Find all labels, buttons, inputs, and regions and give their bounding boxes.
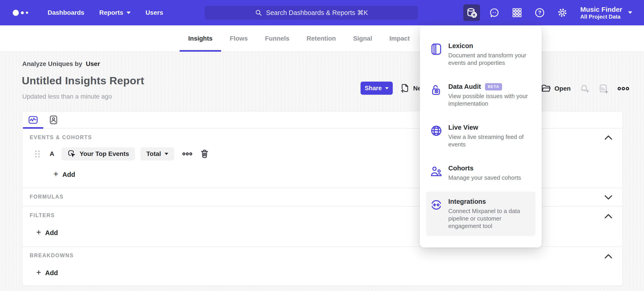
add-to-dashboard-button[interactable] — [598, 83, 609, 94]
help-icon: ? — [534, 7, 545, 18]
search-icon — [255, 9, 262, 16]
settings-gear-icon — [557, 7, 568, 18]
analyze-label: Analyze Uniques by — [22, 60, 82, 67]
report-content: Analyze Uniques by User Untitled Insight… — [0, 52, 644, 291]
add-label: Add — [45, 269, 58, 277]
tab-label: Impact — [389, 35, 410, 42]
menu-item-description: Document and transform your events and p… — [448, 52, 528, 67]
chevron-down-icon — [126, 11, 130, 14]
open-report-button[interactable]: Open — [541, 83, 571, 94]
data-management-icon — [466, 7, 477, 18]
menu-item-description: Connect Mixpanel to a data pipeline or c… — [448, 207, 528, 230]
tab-label: Retention — [306, 35, 336, 42]
insights-chart-icon — [28, 114, 38, 125]
help-button[interactable]: ? — [531, 4, 548, 21]
section-label: BREAKDOWNS — [22, 247, 622, 259]
tab-profiles-query[interactable] — [43, 111, 64, 128]
profiles-card-icon — [48, 115, 59, 125]
updated-timestamp: Updated less than a minute ago — [22, 93, 112, 100]
svg-text:?: ? — [538, 9, 542, 16]
tab-impact[interactable]: Impact — [381, 25, 418, 52]
add-breakdown-button[interactable]: + Add — [36, 269, 58, 277]
apps-grid-icon — [512, 7, 522, 18]
menu-item-description: View possible issues with your implement… — [448, 92, 528, 107]
data-audit-lock-icon — [430, 83, 442, 107]
aggregation-selector[interactable]: Total — [140, 147, 174, 160]
tab-label: Funnels — [265, 35, 289, 42]
feedback-button[interactable] — [486, 4, 503, 21]
menu-item-title: Lexicon — [448, 42, 473, 50]
nav-item-reports[interactable]: Reports — [99, 9, 130, 16]
menu-item-title: Data Audit — [448, 83, 481, 90]
settings-button[interactable] — [554, 4, 571, 21]
tab-funnels[interactable]: Funnels — [256, 25, 298, 52]
apps-button[interactable] — [508, 4, 526, 21]
project-scope: All Project Data — [580, 13, 622, 20]
chart-add-icon — [598, 83, 609, 94]
create-alert-button[interactable] — [579, 83, 590, 94]
collapse-breakdowns-button[interactable] — [604, 253, 614, 260]
collapse-events-button[interactable] — [604, 134, 614, 141]
data-management-button[interactable] — [463, 4, 480, 21]
feedback-chat-icon — [489, 7, 500, 18]
nav-item-label: Users — [146, 9, 163, 16]
mixpanel-logo-icon[interactable] — [13, 10, 38, 16]
nav-item-dashboards[interactable]: Dashboards — [48, 9, 84, 16]
plus-icon: + — [36, 268, 41, 277]
tab-flows[interactable]: Flows — [221, 25, 256, 52]
menu-item-description: View a live streaming feed of events — [448, 133, 528, 148]
menu-item-cohorts[interactable]: Cohorts Manage your saved cohorts — [420, 158, 542, 188]
event-selector[interactable]: Your Top Events — [62, 147, 135, 160]
report-tabbar: Insights Flows Funnels Retention Signal … — [0, 25, 644, 52]
menu-item-integrations[interactable]: Integrations Connect Mixpanel to a data … — [426, 192, 536, 236]
tab-events-query[interactable] — [23, 111, 43, 128]
search-input[interactable]: Search Dashboards & Reports ⌘K — [204, 6, 418, 20]
add-label: Add — [45, 229, 58, 237]
page-title[interactable]: Untitled Insights Report — [22, 74, 144, 87]
chevron-down-icon — [385, 87, 389, 89]
data-management-dropdown: Lexicon Document and transform your even… — [420, 26, 542, 248]
event-more-button[interactable] — [182, 151, 192, 157]
analyze-by-selector[interactable]: User — [86, 60, 100, 67]
chevron-down-icon — [604, 195, 612, 200]
report-tabs: Insights Flows Funnels Retention Signal … — [180, 25, 418, 52]
plus-icon: + — [54, 170, 58, 178]
more-actions-button[interactable] — [618, 85, 629, 92]
drag-handle[interactable] — [35, 150, 40, 158]
integrations-sync-icon — [430, 198, 442, 230]
chevron-up-icon — [604, 254, 612, 259]
nav-item-users[interactable]: Users — [146, 9, 163, 16]
project-name: Music Finder — [580, 5, 622, 14]
add-event-button[interactable]: + Add — [54, 170, 75, 179]
beta-badge: BETA — [485, 83, 502, 90]
project-switcher[interactable]: Music Finder All Project Data — [580, 5, 632, 20]
chevron-up-icon — [604, 135, 612, 140]
menu-item-lexicon[interactable]: Lexicon Document and transform your even… — [420, 36, 542, 73]
tab-retention[interactable]: Retention — [298, 25, 344, 52]
add-label: Add — [62, 171, 75, 178]
event-cursor-icon — [67, 150, 76, 158]
expand-formulas-button[interactable] — [604, 194, 614, 201]
lexicon-book-icon — [430, 42, 442, 67]
bell-plus-icon — [579, 83, 590, 94]
tab-label: Signal — [353, 35, 372, 42]
collapse-filters-button[interactable] — [604, 212, 614, 220]
top-nav: Dashboards Reports Users Search Dashboar… — [0, 0, 644, 25]
event-name: Your Top Events — [80, 150, 129, 158]
menu-item-data-audit[interactable]: Data Audit BETA View possible issues wit… — [420, 77, 542, 114]
open-label: Open — [554, 85, 571, 92]
delete-event-button[interactable] — [200, 149, 209, 159]
tab-signal[interactable]: Signal — [344, 25, 381, 52]
share-button[interactable]: Share — [360, 82, 393, 95]
series-letter: A — [50, 150, 56, 158]
new-document-icon — [400, 83, 410, 93]
search-placeholder: Search Dashboards & Reports ⌘K — [266, 9, 368, 16]
tab-insights[interactable]: Insights — [180, 25, 221, 52]
menu-item-live-view[interactable]: Live View View a live streaming feed of … — [420, 117, 542, 155]
tab-label: Flows — [230, 35, 248, 42]
aggregation-value: Total — [146, 150, 161, 158]
chevron-down-icon — [628, 11, 632, 14]
nav-item-label: Reports — [99, 9, 123, 16]
add-filter-button[interactable]: + Add — [36, 229, 58, 237]
nav-item-label: Dashboards — [48, 9, 84, 16]
